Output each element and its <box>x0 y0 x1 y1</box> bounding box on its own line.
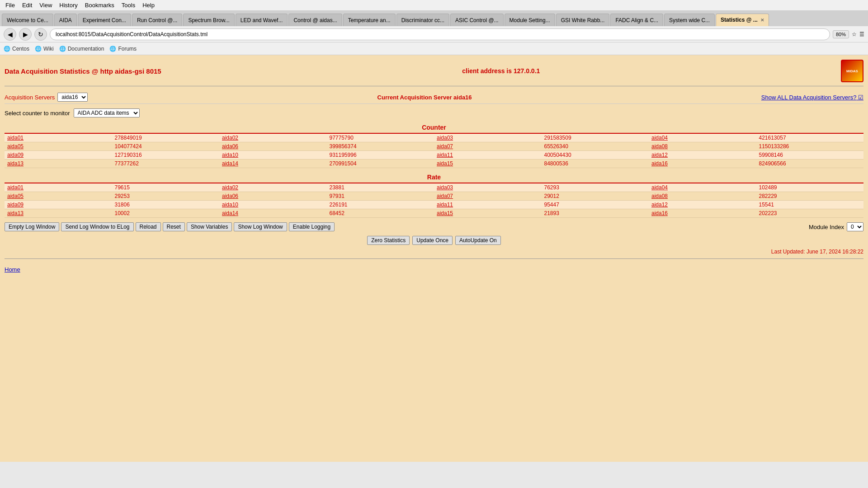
c-aida14-label[interactable]: aida14 <box>219 160 327 168</box>
forward-button[interactable]: ▶ <box>19 28 32 41</box>
c-aida10-label[interactable]: aida10 <box>219 151 327 159</box>
show-log-button[interactable]: Show Log Window <box>234 222 287 231</box>
r-aida12-label[interactable]: aida12 <box>649 201 756 209</box>
acq-servers-row: Acquisition Servers aida16 Current Acqui… <box>5 91 863 104</box>
tab-gsi[interactable]: GSI White Rabb... <box>556 14 610 26</box>
r-aida06-val: 97931 <box>327 192 434 200</box>
rate-row-0: aida01 79615 aida02 23881 aida03 76293 a… <box>5 183 863 192</box>
enable-logging-button[interactable]: Enable Logging <box>289 222 335 231</box>
reset-button[interactable]: Reset <box>163 222 185 231</box>
menu-tools[interactable]: Tools <box>118 1 139 9</box>
tab-spectrum[interactable]: Spectrum Brow... <box>183 14 234 26</box>
c-aida12-label[interactable]: aida12 <box>649 151 756 159</box>
reload-page-button[interactable]: ↻ <box>34 28 47 41</box>
c-aida02-label[interactable]: aida02 <box>219 134 327 142</box>
acq-servers-group: Acquisition Servers aida16 <box>5 93 88 102</box>
url-bar[interactable]: localhost:8015/DataAcquisitionControl/Da… <box>50 28 830 40</box>
r-aida01-label[interactable]: aida01 <box>5 183 112 192</box>
r-aida16-label[interactable]: aida16 <box>649 209 756 217</box>
send-log-button[interactable]: Send Log Window to ELog <box>61 222 133 231</box>
reload-button[interactable]: Reload <box>136 222 161 231</box>
c-aida16-label[interactable]: aida16 <box>649 160 756 168</box>
r-aida07-label[interactable]: aida07 <box>434 192 542 200</box>
forums-icon: 🌐 <box>109 46 116 52</box>
r-aida15-val: 21893 <box>542 209 649 217</box>
r-aida01-val: 79615 <box>112 183 220 192</box>
c-aida15-label[interactable]: aida15 <box>434 160 542 168</box>
home-link[interactable]: Home <box>5 266 20 273</box>
counter-to-monitor-label: Select counter to monitor <box>5 110 70 117</box>
r-aida10-label[interactable]: aida10 <box>219 201 327 209</box>
c-aida01-label[interactable]: aida01 <box>5 134 112 142</box>
show-all-link[interactable]: Show ALL Data Acquisition Servers? ☑ <box>761 94 863 101</box>
r-aida15-label[interactable]: aida15 <box>434 209 542 217</box>
tab-runcontrol[interactable]: Run Control @... <box>132 14 183 26</box>
r-aida05-label[interactable]: aida05 <box>5 192 112 200</box>
module-index-select[interactable]: 0 1 2 <box>847 222 863 231</box>
r-aida13-label[interactable]: aida13 <box>5 209 112 217</box>
module-index-group: Module Index 0 1 2 <box>809 222 863 231</box>
tab-temperature[interactable]: Temperature an... <box>343 14 396 26</box>
show-variables-button[interactable]: Show Variables <box>187 222 232 231</box>
tab-asic[interactable]: ASIC Control @... <box>450 14 504 26</box>
bookmark-star-icon[interactable]: ☆ <box>852 31 857 38</box>
tab-led[interactable]: LED and Wavef... <box>236 14 288 26</box>
r-aida08-label[interactable]: aida08 <box>649 192 756 200</box>
auto-update-button[interactable]: AutoUpdate On <box>455 236 501 245</box>
midas-logo: MIDAS <box>841 60 863 82</box>
r-aida09-label[interactable]: aida09 <box>5 201 112 209</box>
bookmark-forums[interactable]: 🌐 Forums <box>109 46 137 52</box>
menu-history[interactable]: History <box>56 1 81 9</box>
tab-control[interactable]: Control @ aidas... <box>288 14 342 26</box>
c-aida15-val: 84800536 <box>542 160 649 168</box>
zoom-level: 80% <box>833 30 849 38</box>
bookmark-centos[interactable]: 🌐 Centos <box>4 46 29 52</box>
tab-welcome[interactable]: Welcome to Ce... <box>2 14 53 26</box>
tab-statistics[interactable]: Statistics @ ... ✕ <box>716 14 769 26</box>
r-aida02-label[interactable]: aida02 <box>219 183 327 192</box>
rate-row-2: aida09 31806 aida10 226191 aida11 95447 … <box>5 201 863 209</box>
r-aida16-val: 202223 <box>756 209 864 217</box>
r-aida08-val: 282229 <box>756 192 864 200</box>
menu-bookmarks[interactable]: Bookmarks <box>81 1 118 9</box>
tab-close-icon[interactable]: ✕ <box>760 18 764 23</box>
tab-module[interactable]: Module Setting... <box>505 14 555 26</box>
counter-select[interactable]: AIDA ADC data items <box>74 108 140 117</box>
rate-section-header: Rate <box>5 172 863 183</box>
tab-aida[interactable]: AIDA <box>54 14 77 26</box>
menu-help[interactable]: Help <box>139 1 158 9</box>
menu-file[interactable]: File <box>2 1 19 9</box>
r-aida06-label[interactable]: aida06 <box>219 192 327 200</box>
counter-row-2: aida09 127190316 aida10 931195996 aida11… <box>5 151 863 160</box>
update-once-button[interactable]: Update Once <box>412 236 453 245</box>
bookmark-wiki[interactable]: 🌐 Wiki <box>35 46 54 52</box>
tab-systemwide[interactable]: System wide C... <box>664 14 715 26</box>
menu-icon[interactable]: ☰ <box>859 31 864 38</box>
r-aida03-label[interactable]: aida03 <box>434 183 542 192</box>
zero-statistics-button[interactable]: Zero Statistics <box>367 236 410 245</box>
menu-bar: File Edit View History Bookmarks Tools H… <box>0 0 868 11</box>
c-aida08-label[interactable]: aida08 <box>649 142 756 150</box>
r-aida14-label[interactable]: aida14 <box>219 209 327 217</box>
r-aida04-label[interactable]: aida04 <box>649 183 756 192</box>
back-button[interactable]: ◀ <box>4 28 16 41</box>
menu-edit[interactable]: Edit <box>19 1 36 9</box>
r-aida02-val: 23881 <box>327 183 434 192</box>
r-aida11-label[interactable]: aida11 <box>434 201 542 209</box>
c-aida04-label[interactable]: aida04 <box>649 134 756 142</box>
c-aida03-label[interactable]: aida03 <box>434 134 542 142</box>
c-aida11-label[interactable]: aida11 <box>434 151 542 159</box>
tab-discriminator[interactable]: Discriminator cc... <box>396 14 449 26</box>
tab-fadc[interactable]: FADC Align & C... <box>610 14 663 26</box>
c-aida06-label[interactable]: aida06 <box>219 142 327 150</box>
c-aida13-label[interactable]: aida13 <box>5 160 112 168</box>
c-aida05-label[interactable]: aida05 <box>5 142 112 150</box>
acq-server-select[interactable]: aida16 <box>57 93 88 102</box>
empty-log-button[interactable]: Empty Log Window <box>5 222 59 231</box>
c-aida09-label[interactable]: aida09 <box>5 151 112 159</box>
c-aida07-label[interactable]: aida07 <box>434 142 542 150</box>
counter-section-header: Counter <box>5 122 863 134</box>
menu-view[interactable]: View <box>36 1 56 9</box>
bookmark-documentation[interactable]: 🌐 Documentation <box>59 46 104 52</box>
tab-experiment[interactable]: Experiment Con... <box>78 14 131 26</box>
